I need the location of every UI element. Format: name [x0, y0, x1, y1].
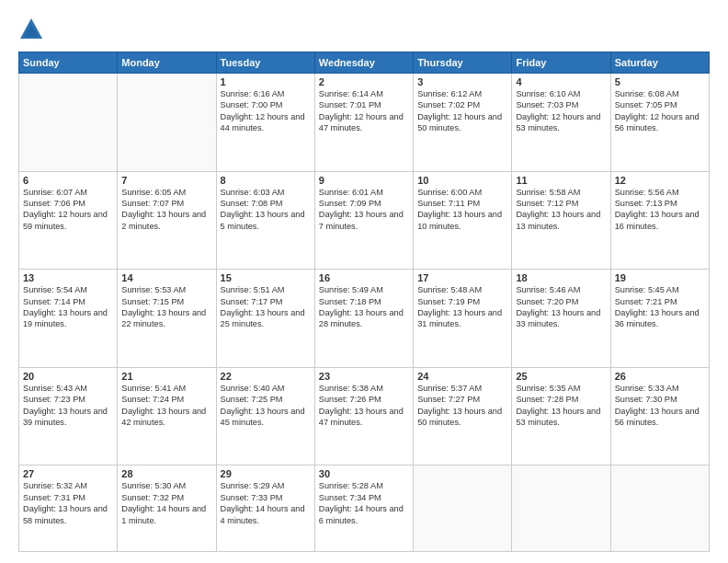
- day-number: 14: [121, 272, 211, 283]
- calendar-cell: 10Sunrise: 6:00 AMSunset: 7:11 PMDayligh…: [414, 171, 512, 270]
- day-number: 6: [23, 175, 113, 186]
- cell-content: Sunrise: 5:54 AMSunset: 7:14 PMDaylight:…: [23, 284, 113, 330]
- cell-content: Sunrise: 5:41 AMSunset: 7:24 PMDaylight:…: [121, 383, 211, 429]
- calendar-cell: 24Sunrise: 5:37 AMSunset: 7:27 PMDayligh…: [414, 367, 512, 465]
- cell-content: Sunrise: 6:05 AMSunset: 7:07 PMDaylight:…: [121, 187, 211, 233]
- cell-content: Sunrise: 6:07 AMSunset: 7:06 PMDaylight:…: [23, 187, 113, 233]
- logo-icon: [18, 17, 44, 42]
- calendar-cell: 20Sunrise: 5:43 AMSunset: 7:23 PMDayligh…: [19, 367, 118, 465]
- cell-content: Sunrise: 6:12 AMSunset: 7:02 PMDaylight:…: [417, 88, 507, 134]
- calendar-week-row-2: 6Sunrise: 6:07 AMSunset: 7:06 PMDaylight…: [19, 171, 710, 270]
- logo: [18, 17, 48, 42]
- calendar-cell: 12Sunrise: 5:56 AMSunset: 7:13 PMDayligh…: [610, 171, 709, 270]
- page: SundayMondayTuesdayWednesdayThursdayFrid…: [0, 0, 728, 563]
- day-number: 20: [23, 371, 113, 382]
- calendar-cell: 1Sunrise: 6:16 AMSunset: 7:00 PMDaylight…: [216, 74, 314, 172]
- day-number: 9: [319, 175, 409, 186]
- calendar-cell: 28Sunrise: 5:30 AMSunset: 7:32 PMDayligh…: [118, 465, 216, 552]
- calendar-cell: 9Sunrise: 6:01 AMSunset: 7:09 PMDaylight…: [314, 171, 413, 270]
- calendar-cell: 5Sunrise: 6:08 AMSunset: 7:05 PMDaylight…: [610, 74, 709, 172]
- cell-content: Sunrise: 5:53 AMSunset: 7:15 PMDaylight:…: [121, 284, 211, 330]
- calendar-cell: 2Sunrise: 6:14 AMSunset: 7:01 PMDaylight…: [314, 74, 413, 172]
- calendar-cell: 6Sunrise: 6:07 AMSunset: 7:06 PMDaylight…: [19, 171, 118, 270]
- cell-content: Sunrise: 5:29 AMSunset: 7:33 PMDaylight:…: [221, 480, 311, 526]
- day-number: 26: [615, 371, 705, 382]
- day-number: 2: [319, 76, 409, 87]
- weekday-header-tuesday: Tuesday: [216, 52, 314, 74]
- day-number: 27: [23, 468, 113, 479]
- cell-content: Sunrise: 5:30 AMSunset: 7:32 PMDaylight:…: [121, 480, 211, 526]
- cell-content: Sunrise: 6:08 AMSunset: 7:05 PMDaylight:…: [615, 88, 705, 134]
- day-number: 5: [615, 76, 705, 87]
- weekday-header-row: SundayMondayTuesdayWednesdayThursdayFrid…: [19, 52, 710, 74]
- cell-content: Sunrise: 5:46 AMSunset: 7:20 PMDaylight:…: [516, 284, 606, 330]
- day-number: 16: [319, 272, 409, 283]
- cell-content: Sunrise: 5:38 AMSunset: 7:26 PMDaylight:…: [319, 383, 409, 429]
- calendar-cell: [19, 74, 118, 172]
- calendar-cell: 11Sunrise: 5:58 AMSunset: 7:12 PMDayligh…: [512, 171, 610, 270]
- day-number: 15: [221, 272, 311, 283]
- cell-content: Sunrise: 5:32 AMSunset: 7:31 PMDaylight:…: [23, 480, 113, 526]
- weekday-header-wednesday: Wednesday: [314, 52, 413, 74]
- day-number: 19: [615, 272, 705, 283]
- weekday-header-thursday: Thursday: [414, 52, 512, 74]
- calendar-cell: 8Sunrise: 6:03 AMSunset: 7:08 PMDaylight…: [216, 171, 314, 270]
- cell-content: Sunrise: 5:37 AMSunset: 7:27 PMDaylight:…: [417, 383, 507, 429]
- day-number: 22: [221, 371, 311, 382]
- cell-content: Sunrise: 6:01 AMSunset: 7:09 PMDaylight:…: [319, 187, 409, 233]
- cell-content: Sunrise: 5:51 AMSunset: 7:17 PMDaylight:…: [221, 284, 311, 330]
- calendar-cell: [512, 465, 610, 552]
- calendar-cell: 16Sunrise: 5:49 AMSunset: 7:18 PMDayligh…: [314, 270, 413, 368]
- calendar-cell: 22Sunrise: 5:40 AMSunset: 7:25 PMDayligh…: [216, 367, 314, 465]
- day-number: 1: [221, 76, 311, 87]
- calendar-cell: 25Sunrise: 5:35 AMSunset: 7:28 PMDayligh…: [512, 367, 610, 465]
- cell-content: Sunrise: 5:48 AMSunset: 7:19 PMDaylight:…: [417, 284, 507, 330]
- day-number: 7: [121, 175, 211, 186]
- cell-content: Sunrise: 6:14 AMSunset: 7:01 PMDaylight:…: [319, 88, 409, 134]
- calendar-week-row-5: 27Sunrise: 5:32 AMSunset: 7:31 PMDayligh…: [19, 465, 710, 552]
- day-number: 28: [121, 468, 211, 479]
- calendar-cell: 23Sunrise: 5:38 AMSunset: 7:26 PMDayligh…: [314, 367, 413, 465]
- calendar-cell: 18Sunrise: 5:46 AMSunset: 7:20 PMDayligh…: [512, 270, 610, 368]
- weekday-header-saturday: Saturday: [610, 52, 709, 74]
- calendar-week-row-3: 13Sunrise: 5:54 AMSunset: 7:14 PMDayligh…: [19, 270, 710, 368]
- calendar-table: SundayMondayTuesdayWednesdayThursdayFrid…: [18, 52, 710, 552]
- calendar-week-row-1: 1Sunrise: 6:16 AMSunset: 7:00 PMDaylight…: [19, 74, 710, 172]
- cell-content: Sunrise: 5:35 AMSunset: 7:28 PMDaylight:…: [516, 383, 606, 429]
- day-number: 18: [516, 272, 606, 283]
- calendar-cell: 13Sunrise: 5:54 AMSunset: 7:14 PMDayligh…: [19, 270, 118, 368]
- cell-content: Sunrise: 6:10 AMSunset: 7:03 PMDaylight:…: [516, 88, 606, 134]
- calendar-cell: 30Sunrise: 5:28 AMSunset: 7:34 PMDayligh…: [314, 465, 413, 552]
- calendar-cell: 17Sunrise: 5:48 AMSunset: 7:19 PMDayligh…: [414, 270, 512, 368]
- day-number: 10: [417, 175, 507, 186]
- calendar-cell: [414, 465, 512, 552]
- cell-content: Sunrise: 5:28 AMSunset: 7:34 PMDaylight:…: [319, 480, 409, 526]
- calendar-cell: 7Sunrise: 6:05 AMSunset: 7:07 PMDaylight…: [118, 171, 216, 270]
- day-number: 23: [319, 371, 409, 382]
- cell-content: Sunrise: 6:00 AMSunset: 7:11 PMDaylight:…: [417, 187, 507, 233]
- day-number: 30: [319, 468, 409, 479]
- calendar-cell: 4Sunrise: 6:10 AMSunset: 7:03 PMDaylight…: [512, 74, 610, 172]
- day-number: 17: [417, 272, 507, 283]
- day-number: 29: [221, 468, 311, 479]
- day-number: 24: [417, 371, 507, 382]
- calendar-cell: 27Sunrise: 5:32 AMSunset: 7:31 PMDayligh…: [19, 465, 118, 552]
- cell-content: Sunrise: 5:40 AMSunset: 7:25 PMDaylight:…: [221, 383, 311, 429]
- cell-content: Sunrise: 6:03 AMSunset: 7:08 PMDaylight:…: [221, 187, 311, 233]
- calendar-cell: [610, 465, 709, 552]
- calendar-cell: 3Sunrise: 6:12 AMSunset: 7:02 PMDaylight…: [414, 74, 512, 172]
- calendar-cell: 19Sunrise: 5:45 AMSunset: 7:21 PMDayligh…: [610, 270, 709, 368]
- day-number: 8: [221, 175, 311, 186]
- calendar-cell: 29Sunrise: 5:29 AMSunset: 7:33 PMDayligh…: [216, 465, 314, 552]
- weekday-header-sunday: Sunday: [19, 52, 118, 74]
- cell-content: Sunrise: 5:56 AMSunset: 7:13 PMDaylight:…: [615, 187, 705, 233]
- day-number: 12: [615, 175, 705, 186]
- calendar-cell: 21Sunrise: 5:41 AMSunset: 7:24 PMDayligh…: [118, 367, 216, 465]
- calendar-cell: 15Sunrise: 5:51 AMSunset: 7:17 PMDayligh…: [216, 270, 314, 368]
- calendar-cell: [118, 74, 216, 172]
- cell-content: Sunrise: 5:45 AMSunset: 7:21 PMDaylight:…: [615, 284, 705, 330]
- cell-content: Sunrise: 5:58 AMSunset: 7:12 PMDaylight:…: [516, 187, 606, 233]
- day-number: 21: [121, 371, 211, 382]
- day-number: 3: [417, 76, 507, 87]
- header: [18, 17, 710, 42]
